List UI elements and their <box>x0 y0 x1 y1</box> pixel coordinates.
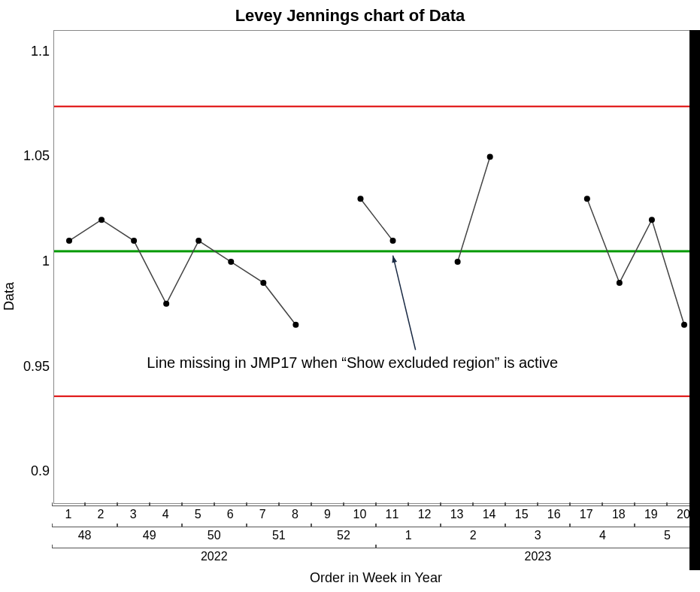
x-tick-order: 15 <box>505 505 538 521</box>
x-tick-order: 3 <box>117 505 150 521</box>
data-line <box>69 156 684 324</box>
x-tick-order: 7 <box>247 505 279 521</box>
y-tick-label: 0.95 <box>0 358 50 374</box>
x-tick-week: 1 <box>376 527 441 542</box>
x-tick-order: 18 <box>602 505 635 521</box>
x-tick-week: 2 <box>441 527 505 542</box>
data-point[interactable] <box>131 238 137 244</box>
x-axis-order-row: 1234567891011121314151617181920 <box>52 505 699 521</box>
x-axis-week-row: 484950515212345 <box>52 527 699 542</box>
x-tick-order: 8 <box>279 505 311 521</box>
x-tick-week: 51 <box>247 527 311 542</box>
x-tick-order: 2 <box>85 505 117 521</box>
x-tick-order: 10 <box>344 505 376 521</box>
x-tick-week: 49 <box>117 527 182 542</box>
x-axis-year-row: 20222023 <box>52 548 699 563</box>
y-tick-label: 1.05 <box>0 148 50 164</box>
x-tick-week: 3 <box>505 527 570 542</box>
data-point[interactable] <box>98 217 105 223</box>
x-tick-order: 4 <box>150 505 182 521</box>
data-point[interactable] <box>260 280 266 286</box>
x-tick-week: 50 <box>182 527 247 542</box>
x-tick-order: 11 <box>376 505 408 521</box>
x-tick-order: 9 <box>311 505 344 521</box>
data-point[interactable] <box>163 301 169 307</box>
data-point[interactable] <box>487 153 493 159</box>
y-tick-label: 1 <box>0 253 50 269</box>
x-tick-week: 48 <box>52 527 117 542</box>
annotation-text: Line missing in JMP17 when “Show exclude… <box>147 354 558 372</box>
x-axis-label: Order in Week in Year <box>310 570 442 586</box>
x-tick-week: 4 <box>570 527 635 542</box>
x-tick-order: 14 <box>473 505 505 521</box>
annotation-arrow <box>393 256 416 351</box>
data-point[interactable] <box>584 196 590 202</box>
data-point[interactable] <box>390 238 396 244</box>
x-tick-order: 13 <box>441 505 473 521</box>
data-point[interactable] <box>66 238 72 244</box>
data-point[interactable] <box>681 322 687 328</box>
x-tick-order: 17 <box>570 505 602 521</box>
data-point[interactable] <box>649 217 655 223</box>
x-tick-order: 6 <box>214 505 247 521</box>
data-point[interactable] <box>455 259 461 265</box>
x-tick-order: 5 <box>182 505 214 521</box>
data-point[interactable] <box>617 280 623 286</box>
x-tick-order: 16 <box>538 505 570 521</box>
x-tick-order: 19 <box>635 505 667 521</box>
y-axis-label: Data <box>2 281 17 310</box>
y-tick-label: 1.1 <box>0 43 50 59</box>
data-point[interactable] <box>195 238 202 244</box>
data-point[interactable] <box>292 322 298 328</box>
x-tick-week: 52 <box>311 527 376 542</box>
data-point[interactable] <box>228 259 234 265</box>
y-tick-label: 0.9 <box>0 463 50 479</box>
x-tick-order: 1 <box>52 505 84 521</box>
chart-title: Levey Jennings chart of Data <box>235 6 465 26</box>
x-tick-year: 2023 <box>376 548 700 563</box>
chart-container: Levey Jennings chart of Data Data 0.90.9… <box>0 0 700 592</box>
plot-svg <box>54 31 699 503</box>
right-black-strip <box>689 30 700 570</box>
plot-area[interactable]: Line missing in JMP17 when “Show exclude… <box>53 30 700 504</box>
data-point[interactable] <box>357 196 363 202</box>
x-tick-year: 2022 <box>52 548 376 563</box>
x-tick-order: 12 <box>408 505 441 521</box>
annotation-arrow-head <box>392 256 397 263</box>
